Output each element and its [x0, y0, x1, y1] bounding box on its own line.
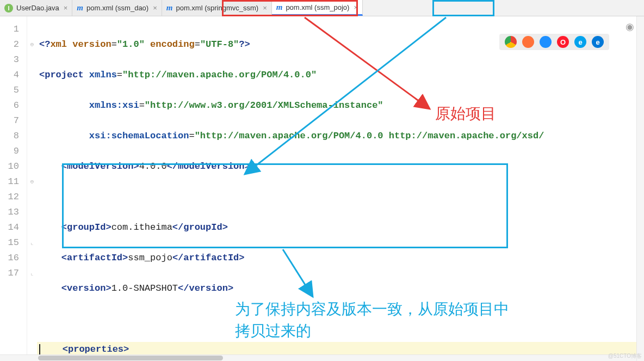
chrome-icon[interactable] — [505, 36, 517, 48]
fold-column: ⊖ ⊖⌞⌞ — [27, 16, 37, 361]
vertical-scrollbar[interactable] — [636, 16, 644, 361]
tab-pom-ssmpojo[interactable]: m pom.xml (ssm_pojo) × — [272, 0, 363, 16]
close-icon[interactable]: × — [153, 4, 157, 12]
annotation-blue-text: 为了保持内容及版本一致，从原始项目中 拷贝过来的 — [235, 298, 509, 342]
scrollbar-thumb[interactable] — [38, 356, 223, 360]
maven-file-icon: m — [77, 3, 83, 13]
line-number-gutter: 123 456 789 101112 131415 1617 — [0, 16, 27, 361]
tab-label: UserDao.java — [16, 4, 59, 12]
firefox-icon[interactable] — [522, 36, 534, 48]
tab-label: pom.xml (springmvc_ssm) — [176, 4, 258, 12]
tab-pom-ssmdao[interactable]: m pom.xml (ssm_dao) × — [72, 0, 162, 16]
annotation-red-text: 原始项目 — [435, 103, 496, 124]
close-icon[interactable]: × — [64, 4, 68, 12]
editor-tabbar: I UserDao.java × m pom.xml (ssm_dao) × m… — [0, 0, 644, 16]
ie-icon[interactable]: e — [574, 36, 586, 48]
close-icon[interactable]: × — [263, 4, 267, 12]
tab-pom-springmvc[interactable]: m pom.xml (springmvc_ssm) × — [162, 0, 272, 16]
tab-label: pom.xml (ssm_dao) — [86, 4, 148, 12]
safari-icon[interactable] — [540, 36, 552, 48]
close-icon[interactable]: × — [354, 3, 358, 11]
opera-icon[interactable]: O — [557, 36, 569, 48]
java-file-icon: I — [4, 4, 13, 13]
tab-userdao[interactable]: I UserDao.java × — [0, 0, 72, 16]
maven-file-icon: m — [166, 3, 173, 13]
text-caret — [39, 344, 40, 355]
horizontal-scrollbar[interactable] — [0, 354, 636, 361]
tab-label: pom.xml (ssm_pojo) — [286, 3, 349, 11]
watermark: @51CTO博客 — [608, 352, 642, 360]
reader-mode-icon[interactable]: ◉ — [626, 21, 634, 33]
maven-file-icon: m — [276, 3, 283, 12]
edge-icon[interactable]: e — [592, 36, 604, 48]
browser-icons-toolbar: O e e — [499, 34, 609, 50]
